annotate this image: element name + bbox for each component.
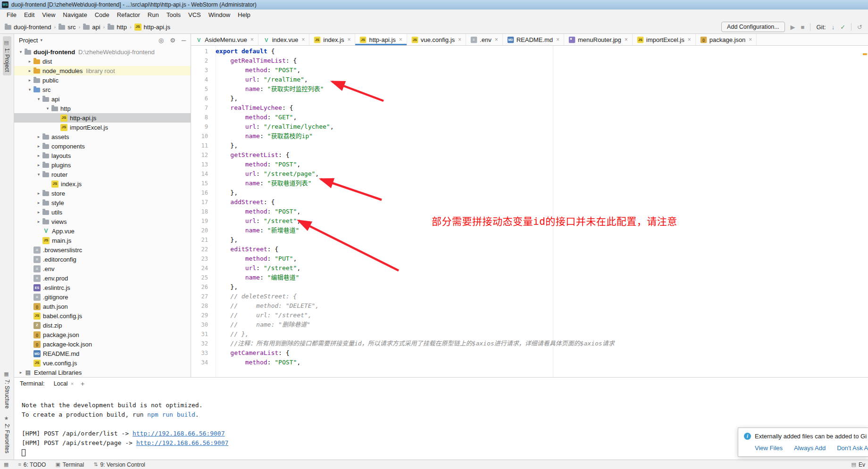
chevron-down-icon[interactable]: ▾ [44, 106, 51, 111]
close-icon[interactable]: × [688, 36, 691, 43]
menu-item-file[interactable]: File [3, 9, 20, 20]
tree-item-index-js[interactable]: JSindex.js [14, 179, 191, 189]
chevron-right-icon[interactable]: ▸ [35, 163, 42, 167]
terminal-link[interactable]: http://192.168.66.56:9007 [133, 430, 225, 437]
chevron-down-icon[interactable]: ▾ [35, 97, 42, 101]
chevron-right-icon[interactable]: ▸ [26, 68, 33, 73]
close-icon[interactable]: × [250, 36, 254, 43]
menu-item-tools[interactable]: Tools [163, 9, 184, 20]
menu-item-refactor[interactable]: Refactor [113, 9, 144, 20]
tree-item-external-libraries[interactable]: ▸▤External Libraries [14, 368, 191, 377]
tree-item-importexcel-js[interactable]: JSimportExcel.js [14, 123, 191, 132]
breadcrumb-item-api[interactable]: api [83, 24, 100, 31]
notification-action-always-add[interactable]: Always Add [794, 444, 826, 452]
tree-item-browserslistrc[interactable]: ≡.browserslistrc [14, 245, 191, 255]
tool-button-project[interactable]: ▤ 1: Project [3, 36, 11, 75]
menu-item-edit[interactable]: Edit [20, 9, 38, 20]
tab-importexcel-js[interactable]: JSimportExcel.js× [633, 34, 696, 45]
terminal-link[interactable]: http://192.168.66.56:9007 [136, 439, 229, 446]
chevron-down-icon[interactable]: ▾ [35, 172, 42, 177]
tree-item-src[interactable]: ▾src [14, 85, 191, 94]
chevron-right-icon[interactable]: ▸ [35, 191, 42, 196]
toolwindow-button-9-version-control[interactable]: ⇅9: Version Control [93, 461, 145, 468]
tab-asidemenu-vue[interactable]: VAsideMenu.vue× [191, 34, 259, 45]
tree-item-env[interactable]: ≡.env [14, 264, 191, 273]
chevron-right-icon[interactable]: ▸ [35, 144, 42, 148]
close-icon[interactable]: × [625, 36, 628, 43]
tree-item-main-js[interactable]: JSmain.js [14, 236, 191, 245]
chevron-right-icon[interactable]: ▸ [26, 78, 33, 82]
tree-item-http[interactable]: ▾http [14, 104, 191, 113]
tree-item-public[interactable]: ▸public [14, 75, 191, 85]
tab-index-js[interactable]: JSindex.js× [309, 34, 355, 45]
notification-action-view-files[interactable]: View Files [755, 444, 783, 452]
git-update-icon[interactable]: ↓ [832, 24, 835, 30]
tool-button-favorites[interactable]: ★ 2: Favorites [3, 412, 11, 457]
notification-action-don-t-ask-agai[interactable]: Don't Ask Agai [837, 444, 868, 452]
tree-item-env-prod[interactable]: ≡.env.prod [14, 273, 191, 283]
chevron-right-icon[interactable]: ▸ [35, 134, 42, 139]
breadcrumb-item-http-api-js[interactable]: JShttp-api.js [134, 24, 170, 31]
tree-item-style[interactable]: ▸style [14, 198, 191, 207]
chevron-down-icon[interactable]: ▾ [26, 87, 33, 92]
locate-file-icon[interactable]: ◎ [159, 37, 164, 44]
tab-env[interactable]: ≡.env× [466, 34, 503, 45]
code-editor[interactable]: 1export default {2 getRealTimeList: {3 m… [191, 46, 868, 377]
run-icon[interactable]: ▶ [791, 24, 795, 30]
tool-button-structure[interactable]: ▦ 7: Structure [3, 368, 11, 412]
chevron-right-icon[interactable]: ▸ [35, 153, 42, 158]
menu-item-code[interactable]: Code [91, 9, 113, 20]
tree-item-package-json[interactable]: {}package.json [14, 330, 191, 339]
tab-menurouter-jpg[interactable]: menuRouter.jpg× [564, 34, 633, 45]
tree-item-readme-md[interactable]: MDREADME.md [14, 349, 191, 358]
chevron-right-icon[interactable]: ▸ [35, 200, 42, 205]
tree-item-package-lock-json[interactable]: {}package-lock.json [14, 339, 191, 349]
tree-item-app-vue[interactable]: VApp.vue [14, 226, 191, 236]
close-icon[interactable]: × [458, 36, 461, 43]
tree-item-node-modules[interactable]: ▸node_moduleslibrary root [14, 66, 191, 75]
tree-item-store[interactable]: ▸store [14, 189, 191, 198]
tree-item-components[interactable]: ▸components [14, 141, 191, 151]
tab-package-json[interactable]: {}package.json× [696, 34, 757, 45]
tree-item-router[interactable]: ▾router [14, 170, 191, 179]
tree-item-auth-json[interactable]: {}auth.json [14, 302, 191, 311]
history-icon[interactable]: ↺ [857, 24, 862, 30]
breadcrumb-item-src[interactable]: src [58, 24, 75, 31]
menu-item-navigate[interactable]: Navigate [59, 9, 91, 20]
chevron-right-icon[interactable]: ▸ [35, 210, 42, 214]
chevron-right-icon[interactable]: ▸ [17, 370, 25, 375]
tree-item-plugins[interactable]: ▸plugins [14, 160, 191, 170]
close-icon[interactable]: × [347, 36, 351, 43]
settings-gear-icon[interactable]: ⚙ [170, 37, 175, 44]
breadcrumb-item-duoji-frontend[interactable]: duoji-frontend [5, 24, 51, 31]
menu-item-view[interactable]: View [38, 9, 59, 20]
toolwindow-button-6-todo[interactable]: ≡6: TODO [18, 461, 46, 468]
project-panel-title[interactable]: Project [19, 37, 38, 44]
menu-item-vcs[interactable]: VCS [184, 9, 205, 20]
stop-icon[interactable]: ■ [801, 24, 805, 30]
tree-item-api[interactable]: ▾api [14, 94, 191, 104]
add-configuration-button[interactable]: Add Configuration... [721, 22, 785, 32]
close-icon[interactable]: × [71, 381, 74, 387]
menu-item-run[interactable]: Run [144, 9, 163, 20]
tab-http-api-js[interactable]: JShttp-api.js× [355, 34, 407, 45]
close-icon[interactable]: × [399, 36, 402, 43]
tree-item-gitignore[interactable]: ≡.gitignore [14, 292, 191, 302]
tree-item-assets[interactable]: ▸assets [14, 132, 191, 141]
tool-window-switcher-icon[interactable]: ▦ [4, 462, 8, 467]
tree-item-dist-zip[interactable]: Zdist.zip [14, 321, 191, 330]
tree-item-dist[interactable]: ▸dist [14, 57, 191, 66]
tree-item-views[interactable]: ▸views [14, 217, 191, 226]
close-icon[interactable]: × [749, 36, 752, 43]
tree-item-layouts[interactable]: ▸layouts [14, 151, 191, 160]
close-icon[interactable]: × [495, 36, 498, 43]
tree-item-eslintrc-js[interactable]: ES.eslintrc.js [14, 283, 191, 292]
chevron-down-icon[interactable]: ▾ [40, 38, 42, 42]
breadcrumb-item-http[interactable]: http [108, 24, 127, 31]
chevron-down-icon[interactable]: ▾ [17, 49, 25, 54]
git-commit-icon[interactable]: ✓ [840, 24, 845, 30]
tree-item-http-api-js[interactable]: JShttp-api.js [14, 113, 191, 123]
tab-readme-md[interactable]: MDREADME.md× [503, 34, 564, 45]
hide-panel-icon[interactable]: ─ [182, 37, 186, 44]
chevron-right-icon[interactable]: ▸ [35, 219, 42, 224]
